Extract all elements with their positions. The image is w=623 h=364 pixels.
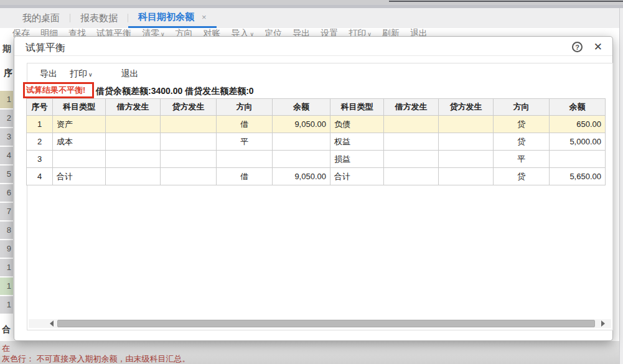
bg-grid-row-number: 2 — [0, 110, 13, 127]
background-period-label: 期 — [2, 44, 11, 55]
table-cell — [439, 133, 494, 151]
unbalanced-alert-annotation: 试算结果不平衡! — [23, 82, 94, 98]
close-icon[interactable]: ✕ — [594, 40, 602, 54]
table-cell — [439, 116, 494, 133]
table-cell: 1 — [27, 116, 53, 133]
table-row: 1资产借9,050.00负债贷650.00 — [27, 116, 606, 133]
background-seq-header: 序 — [4, 68, 12, 79]
bg-grid-row-number: 1 — [0, 296, 13, 314]
bg-grid-row-number: 8 — [0, 222, 13, 239]
table-cell: 5,650.00 — [550, 168, 606, 185]
table-header-cell: 方向 — [217, 99, 273, 116]
tab-bar: 我的桌面报表数据科目期初余额× — [0, 8, 623, 28]
table-cell — [106, 133, 161, 151]
table-cell: 9,050.00 — [273, 116, 330, 133]
table-cell — [550, 151, 606, 168]
title-separator — [14, 55, 612, 56]
table-cell — [161, 151, 217, 168]
tab-close-icon[interactable]: × — [202, 12, 207, 22]
dialog-toolbar: 导出 打印∨ 退出 — [27, 63, 612, 84]
table-cell — [106, 151, 161, 168]
table-cell — [106, 168, 161, 185]
print-button[interactable]: 打印∨ — [70, 68, 93, 80]
help-icon[interactable]: ? — [572, 42, 583, 52]
table-cell: 借 — [217, 116, 273, 133]
window-top-strip — [0, 0, 623, 8]
table-cell — [53, 151, 106, 168]
window-top-edge — [389, 1, 623, 2]
table-header-cell: 科目类型 — [53, 99, 106, 116]
table-header-cell: 余额 — [550, 99, 606, 116]
table-cell: 合计 — [53, 168, 106, 185]
bg-grid-row-number: 6 — [0, 184, 13, 202]
table-cell: 资产 — [53, 116, 106, 133]
bg-grid-row-number: 3 — [0, 128, 13, 146]
table-cell — [106, 116, 161, 133]
table-header-cell: 余额 — [273, 99, 330, 116]
table-cell: 3 — [27, 151, 53, 168]
footer-note-partial: 在 — [2, 343, 10, 354]
table-header-cell: 借方发生 — [106, 99, 161, 116]
table-cell: 650.00 — [550, 116, 606, 133]
table-header-cell: 借方发生 — [384, 99, 439, 116]
table-cell: 平 — [217, 133, 273, 151]
table-cell — [273, 133, 330, 151]
bg-grid-row-number: 4 — [0, 147, 13, 164]
table-cell: 合计 — [330, 168, 384, 185]
window-vertical-scrollbar[interactable] — [619, 8, 623, 364]
tab-1[interactable]: 我的桌面 — [12, 8, 70, 28]
tab-label: 我的桌面 — [22, 12, 60, 24]
trial-balance-table: 序号科目类型借方发生贷方发生方向余额科目类型借方发生贷方发生方向余额 1资产借9… — [26, 98, 606, 185]
bg-grid-row-number: 9 — [0, 240, 13, 258]
bg-grid-row-number: 7 — [0, 203, 13, 220]
export-button[interactable]: 导出 — [40, 68, 57, 80]
table-cell — [161, 116, 217, 133]
table-cell — [217, 151, 273, 168]
table-cell: 权益 — [330, 133, 384, 151]
table-header-cell: 贷方发生 — [161, 99, 217, 116]
bg-grid-row-number: 1 — [0, 91, 13, 108]
table-cell — [384, 133, 439, 151]
table-cell — [384, 151, 439, 168]
table-cell: 借 — [217, 168, 273, 185]
background-footer: 在 灰色行： 不可直接录入期初余额，由末级科目汇总。 — [0, 341, 623, 364]
table-header-cell: 贷方发生 — [439, 99, 494, 116]
tab-2[interactable]: 报表数据 — [70, 8, 128, 28]
exit-button[interactable]: 退出 — [121, 68, 139, 80]
dialog-title: 试算平衡 — [26, 42, 65, 55]
table-cell: 贷 — [494, 133, 550, 151]
background-total-label: 合 — [2, 324, 11, 335]
table-cell: 损益 — [330, 151, 384, 168]
table-cell — [439, 151, 494, 168]
scroll-right-icon[interactable] — [601, 320, 605, 327]
table-header-cell: 方向 — [494, 99, 550, 116]
table-cell — [384, 168, 439, 185]
table-cell: 9,050.00 — [273, 168, 330, 185]
table-cell: 2 — [27, 133, 53, 151]
chevron-down-icon: ∨ — [88, 72, 93, 78]
scrollbar-thumb[interactable] — [57, 320, 595, 327]
dialog-content-panel: 导出 打印∨ 退出 借贷余额差额:3400.00 借贷发生额差额:0 序号科目类… — [27, 63, 613, 330]
scroll-left-icon[interactable] — [50, 320, 54, 327]
table-cell — [439, 168, 494, 185]
bg-grid-row-number: 1 — [0, 259, 13, 276]
table-horizontal-scrollbar[interactable] — [29, 319, 611, 328]
table-cell — [273, 151, 330, 168]
table-cell: 贷 — [494, 168, 550, 185]
table-cell — [384, 116, 439, 133]
table-cell: 负债 — [330, 116, 384, 133]
table-cell: 贷 — [494, 116, 550, 133]
tab-3[interactable]: 科目期初余额× — [128, 8, 217, 28]
tab-label: 科目期初余额 — [138, 11, 194, 23]
table-header-cell: 科目类型 — [330, 99, 384, 116]
background-row-numbers: 123456789111 — [0, 91, 13, 315]
table-row: 3损益平 — [27, 151, 606, 168]
tab-label: 报表数据 — [80, 12, 118, 24]
table-cell: 成本 — [53, 133, 106, 151]
table-cell — [161, 133, 217, 151]
footer-note-gray-rows: 灰色行： 不可直接录入期初余额，由末级科目汇总。 — [2, 353, 190, 364]
table-header-row: 序号科目类型借方发生贷方发生方向余额科目类型借方发生贷方发生方向余额 — [27, 99, 606, 116]
trial-balance-dialog: 试算平衡 ? ✕ 试算结果不平衡! 导出 打印∨ 退出 借贷余额差额:3400.… — [14, 36, 613, 341]
balance-difference-text: 借贷余额差额:3400.00 借贷发生额差额:0 — [96, 86, 254, 97]
table-cell — [161, 168, 217, 185]
